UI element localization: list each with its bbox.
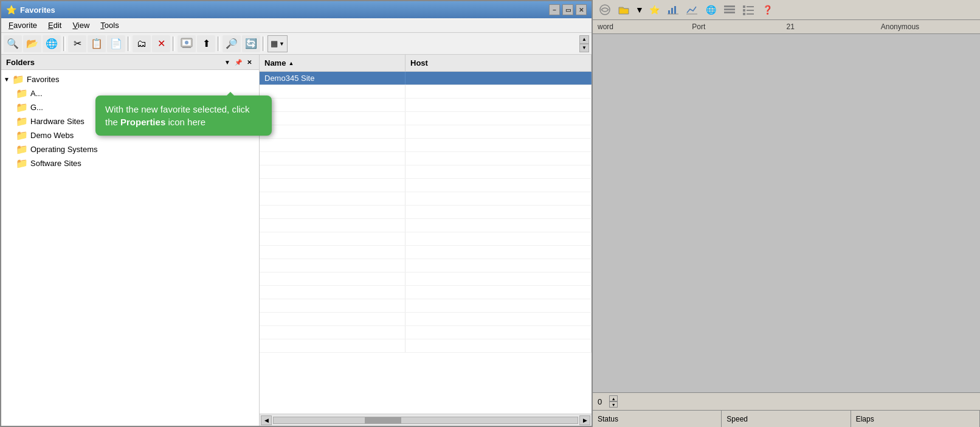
root-folder-icon: 📁 [12, 74, 24, 85]
root-label: Favorites [27, 75, 59, 84]
empty-row-18 [260, 313, 592, 326]
toolbar: 🔍 📂 🌐 ✂ 📋 📄 🗂 ✕ ⬆ 🔎 🔄 ▦ ▼ ▲ [1, 33, 592, 55]
content-area: Folders ▼ 📌 ✕ ▼ 📁 Favorites 📁 [1, 55, 592, 426]
toolbar-separator-2 [128, 36, 130, 51]
status-label: Status [598, 415, 618, 423]
folder-label-hardware: Hardware Sites [30, 117, 85, 126]
files-list: Demo345 Site [260, 72, 592, 414]
svg-rect-17 [743, 13, 745, 15]
cut-button[interactable]: ✂ [68, 35, 86, 52]
spinner-up[interactable]: ▲ [609, 395, 618, 401]
folders-title: Folders [6, 58, 35, 67]
menu-edit[interactable]: Edit [43, 19, 66, 31]
window-icon: ⭐ [6, 5, 16, 15]
restore-button[interactable]: ▭ [562, 4, 573, 15]
col-header-host[interactable]: Host [405, 55, 592, 71]
tree-item-os[interactable]: 📁 Operating Systems [1, 142, 259, 156]
ftp-btn-connect[interactable] [596, 2, 613, 18]
svg-point-3 [185, 41, 188, 44]
menu-tools[interactable]: Tools [95, 19, 123, 31]
folder-icon-software: 📁 [16, 158, 28, 169]
menu-view[interactable]: View [67, 19, 94, 31]
minimize-button[interactable]: – [549, 4, 560, 15]
copy-button[interactable]: 📋 [88, 35, 106, 52]
folder-icon-hardware: 📁 [16, 116, 28, 127]
close-button[interactable]: ✕ [576, 4, 587, 15]
scroll-thumb[interactable] [365, 417, 401, 423]
folder-icon-os: 📁 [16, 144, 28, 155]
col-host-label: Host [410, 58, 428, 68]
empty-row-8 [260, 179, 592, 192]
ftp-btn-star[interactable]: ⭐ [646, 2, 663, 18]
ftp-btn-open-folder[interactable] [615, 2, 632, 18]
ftp-btn-details[interactable] [740, 2, 757, 18]
ftp-btn-dropdown-arrow[interactable]: ▼ [635, 2, 644, 18]
port-spinner: ▲ ▼ [609, 395, 618, 408]
empty-rows [260, 85, 592, 353]
ftp-btn-help[interactable]: ❓ [759, 2, 776, 18]
file-row-demo345[interactable]: Demo345 Site [260, 72, 592, 85]
empty-row-2 [260, 99, 592, 112]
v-scroll-down[interactable]: ▼ [579, 44, 589, 52]
ftp-content [593, 34, 980, 392]
svg-rect-11 [724, 9, 735, 10]
empty-row-12 [260, 232, 592, 246]
scroll-track[interactable] [273, 417, 578, 424]
open-folder-button[interactable]: 📂 [23, 35, 41, 52]
scroll-left-btn[interactable]: ◀ [261, 415, 272, 425]
properties-button[interactable] [178, 35, 196, 52]
ftp-col-port-label: Port [692, 23, 786, 31]
tree-item-favorites[interactable]: ▼ 📁 Favorites [1, 72, 259, 86]
folders-header-controls: ▼ 📌 ✕ [223, 57, 254, 67]
empty-row-7 [260, 165, 592, 179]
view-dropdown[interactable]: ▦ ▼ [267, 35, 288, 52]
new-folder-button[interactable]: 🗂 [133, 35, 151, 52]
ftp-btn-chart[interactable] [664, 2, 682, 18]
sort-asc-icon: ▲ [288, 60, 294, 66]
ftp-toolbar: ▼ ⭐ 🌐 ❓ [593, 0, 980, 20]
svg-rect-16 [747, 10, 754, 11]
tooltip-bubble: With the new favorite selected, click th… [95, 95, 272, 136]
refresh-button[interactable]: 🔄 [242, 35, 260, 52]
empty-row-10 [260, 206, 592, 219]
empty-row-14 [260, 259, 592, 273]
status-cell-elapsed: Elaps [851, 411, 980, 427]
folders-close-btn[interactable]: ✕ [244, 57, 254, 67]
browse-button[interactable]: 🌐 [43, 35, 61, 52]
spinner-down[interactable]: ▼ [609, 401, 618, 408]
folder-label-os: Operating Systems [30, 145, 98, 154]
folder-label-g: G... [30, 103, 43, 112]
col-header-name[interactable]: Name ▲ [260, 55, 405, 71]
ftp-col-port-value: 21 [787, 23, 881, 31]
empty-row-16 [260, 286, 592, 299]
ftp-bottom: 0 ▲ ▼ [593, 392, 980, 410]
ftp-btn-list-view[interactable] [721, 2, 738, 18]
files-header-row: Name ▲ Host [260, 55, 592, 72]
search-button[interactable]: 🔎 [223, 35, 241, 52]
ftp-btn-line-chart[interactable] [683, 2, 700, 18]
empty-row-20 [260, 339, 592, 353]
new-favorite-button[interactable]: 🔍 [4, 35, 22, 52]
tooltip-text-after: icon here [165, 117, 205, 127]
toolbar-separator-4 [218, 36, 220, 51]
svg-rect-12 [724, 12, 735, 13]
scroll-right-btn[interactable]: ▶ [579, 415, 590, 425]
ftp-col-anon: Anonymous [881, 23, 975, 31]
view-arrow: ▼ [279, 41, 285, 47]
upload-button[interactable]: ⬆ [197, 35, 215, 52]
title-bar-controls: – ▭ ✕ [549, 4, 587, 15]
folders-dropdown-btn[interactable]: ▼ [223, 57, 232, 67]
ftp-btn-globe[interactable]: 🌐 [702, 2, 719, 18]
folder-icon-g: 📁 [16, 102, 28, 113]
folder-label-a: A... [30, 89, 43, 98]
svg-rect-6 [671, 8, 673, 14]
folders-pin-btn[interactable]: 📌 [233, 57, 243, 67]
toolbar-separator-3 [173, 36, 175, 51]
delete-button[interactable]: ✕ [152, 35, 170, 52]
menu-favorite[interactable]: Favorite [4, 19, 42, 31]
paste-button[interactable]: 📄 [107, 35, 125, 52]
v-scroll-up[interactable]: ▲ [579, 35, 589, 44]
tree-item-software[interactable]: 📁 Software Sites [1, 156, 259, 170]
svg-rect-5 [668, 10, 670, 14]
col-name-label: Name [264, 58, 286, 68]
